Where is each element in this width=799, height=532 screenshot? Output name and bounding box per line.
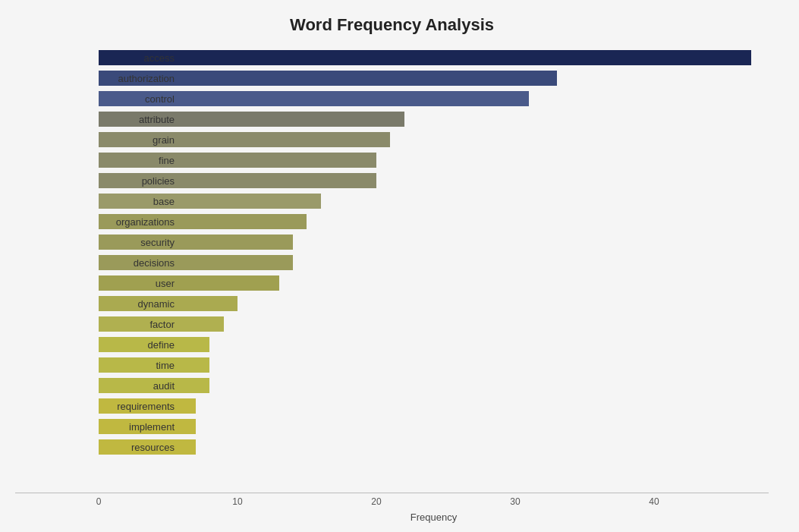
x-tick-label: 10: [232, 496, 242, 507]
bar-label: base: [99, 196, 182, 207]
bar-row: factor: [99, 315, 769, 333]
bar-label: attribute: [99, 114, 182, 125]
bar-label: security: [99, 237, 182, 248]
bar-row: grain: [99, 131, 769, 149]
bar-label: grain: [99, 134, 182, 146]
bar-label: authorization: [99, 73, 182, 84]
bar-row: attribute: [99, 110, 769, 128]
bar-row: time: [99, 356, 769, 374]
bar-row: audit: [99, 376, 769, 395]
chart-title: Word Frequency Analysis: [15, 15, 769, 35]
bar-row: policies: [99, 172, 769, 190]
x-tick-label: 0: [96, 496, 102, 507]
bar-row: define: [99, 335, 769, 354]
bar-label: factor: [99, 319, 182, 330]
bar-label: decisions: [99, 257, 182, 269]
bar-row: implement: [99, 417, 769, 436]
bar-row: decisions: [99, 253, 769, 272]
bar-label: resources: [99, 442, 182, 453]
bar-label: organizations: [99, 216, 182, 228]
x-tick-label: 40: [649, 496, 659, 507]
bar-row: security: [99, 233, 769, 251]
bar-label: requirements: [99, 401, 182, 412]
bar-row: dynamic: [99, 294, 769, 313]
x-tick-label: 30: [510, 496, 520, 507]
x-axis-label: Frequency: [15, 512, 769, 523]
bar-row: organizations: [99, 212, 769, 231]
bar-label: fine: [99, 155, 182, 166]
chart-area: accessauthorizationcontrolattributegrain…: [15, 49, 769, 489]
bar-label: access: [99, 52, 182, 64]
bar-fill: [99, 50, 751, 65]
bar-label: implement: [99, 421, 182, 433]
x-axis-ticks: 010203040: [99, 493, 769, 508]
bar-label: user: [99, 278, 182, 289]
bar-label: dynamic: [99, 298, 182, 310]
bar-row: resources: [99, 438, 769, 456]
bar-row: user: [99, 274, 769, 292]
bar-label: time: [99, 360, 182, 371]
x-axis: 010203040: [15, 493, 769, 508]
bar-label: audit: [99, 380, 182, 392]
bar-label: define: [99, 339, 182, 351]
bar-row: authorization: [99, 69, 769, 87]
bar-row: access: [99, 49, 769, 67]
bar-label: control: [99, 93, 182, 105]
bar-row: requirements: [99, 397, 769, 415]
bar-row: base: [99, 192, 769, 210]
bar-row: control: [99, 90, 769, 108]
bar-row: fine: [99, 151, 769, 169]
chart-container: Word Frequency Analysis accessauthorizat…: [0, 0, 799, 532]
x-tick-label: 20: [371, 496, 381, 507]
bar-label: policies: [99, 175, 182, 187]
